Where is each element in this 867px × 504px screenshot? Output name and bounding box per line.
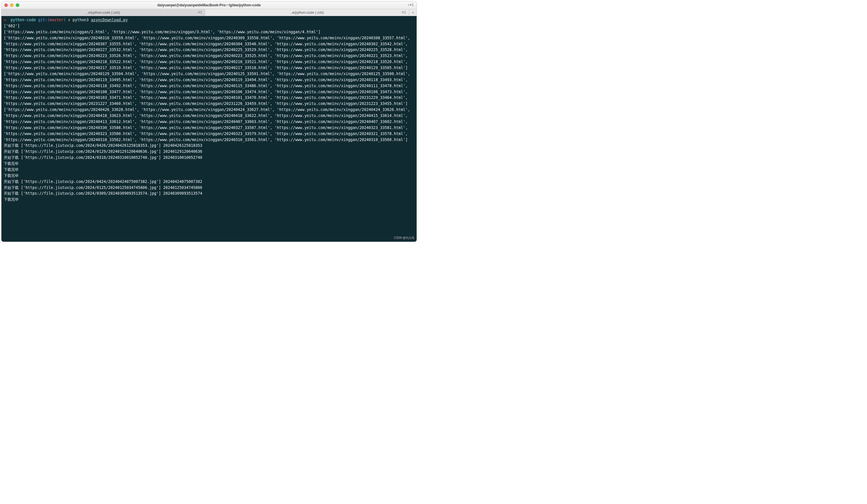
close-icon[interactable]	[4, 3, 8, 7]
output-list-3: ['https://www.yeitu.com/meinv/xinggan/20…	[4, 72, 412, 106]
window-titlebar: daiyuanpei@daiyuanpeideMacBook-Pro:~/git…	[1, 1, 417, 9]
output-dl-6: 开始下载 ['https://file.jiutuvip.com/2024/03…	[4, 191, 202, 195]
tab-2[interactable]: ..e/python-code (-zsh) ⌘2	[205, 9, 409, 16]
output-dl-3: 开始下载 ['https://file.jiutuvip.com/2024/03…	[4, 156, 202, 160]
tab-1-label: ..e/python-code (-zsh)	[1, 11, 205, 14]
output-dl-2: 开始下载 ['https://file.jiutuvip.com/2024/01…	[4, 149, 202, 154]
window-title: daiyuanpei@daiyuanpeideMacBook-Pro:~/git…	[1, 3, 417, 7]
tab-1[interactable]: ..e/python-code (-zsh) ⌘1	[1, 9, 205, 16]
prompt-git-label: git:(	[38, 18, 50, 22]
minimize-icon[interactable]	[10, 3, 13, 7]
watermark: CSDN @代元培	[394, 236, 414, 240]
command-bin: python3	[73, 18, 89, 22]
output-dl-5: 开始下载 ['https://file.jiutuvip.com/2024/01…	[4, 185, 202, 190]
tab-2-label: ..e/python-code (-zsh)	[205, 11, 409, 14]
tab-2-hotkey: ⌘2	[402, 10, 406, 14]
window-hotkey: ⇧⌘1	[407, 3, 414, 7]
zoom-icon[interactable]	[16, 3, 19, 7]
new-tab-button[interactable]: +	[409, 9, 417, 16]
prompt-branch: master	[50, 18, 63, 22]
output-list-4: ['https://www.yeitu.com/meinv/xinggan/20…	[4, 107, 412, 142]
output-list-1: ['https://www.yeitu.com/meinv/xinggan/2.…	[4, 30, 321, 34]
output-line-0: ['662']	[4, 24, 20, 28]
command-arg: asyncDownload.py	[91, 18, 128, 22]
tab-strip: ..e/python-code (-zsh) ⌘1 ..e/python-cod…	[1, 9, 417, 16]
output-done-1: 下载完毕	[4, 161, 19, 166]
output-list-2: ['https://www.yeitu.com/meinv/xinggan/20…	[4, 36, 412, 70]
output-done-4: 下载完毕	[4, 197, 19, 202]
prompt-arrow-icon: →	[4, 18, 6, 22]
output-dl-4: 开始下载 ['https://file.jiutuvip.com/2024/04…	[4, 180, 202, 184]
prompt-dir: python-code	[11, 18, 36, 22]
terminal-output[interactable]: → python-code git:(master) ✗ python3 asy…	[1, 16, 417, 242]
tab-1-hotkey: ⌘1	[198, 10, 202, 14]
terminal-window: daiyuanpei@daiyuanpeideMacBook-Pro:~/git…	[1, 1, 417, 242]
output-done-3: 下载完毕	[4, 173, 19, 178]
prompt-git-close: )	[63, 18, 66, 22]
output-done-2: 下载完毕	[4, 168, 19, 172]
traffic-lights	[4, 3, 19, 7]
prompt-dirty-icon: ✗	[68, 18, 70, 22]
output-dl-1: 开始下载 ['https://file.jiutuvip.com/2024/04…	[4, 143, 202, 148]
